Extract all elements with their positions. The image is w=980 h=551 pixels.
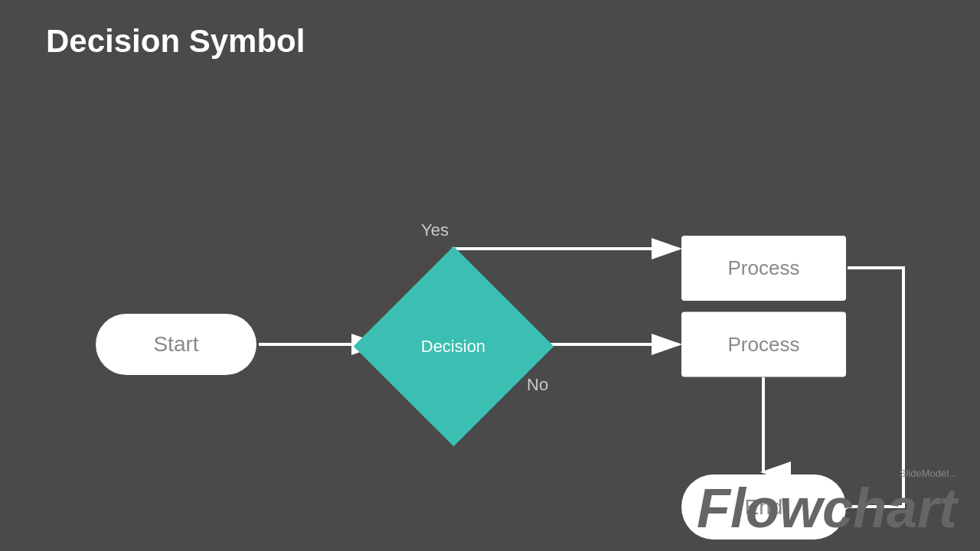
process-mid-node: Process <box>681 312 846 377</box>
process-top-label: Process <box>728 256 800 280</box>
yes-label: Yes <box>421 220 449 240</box>
process-top-node: Process <box>681 236 846 301</box>
start-node: Start <box>96 314 256 375</box>
decision-label: Decision <box>421 337 485 357</box>
watermark-area: SlideModel... Flowchart <box>697 468 957 536</box>
start-label: Start <box>153 332 198 357</box>
page-title: Decision Symbol <box>46 23 305 60</box>
flowchart-watermark-text: Flowchart <box>697 481 957 536</box>
process-mid-label: Process <box>728 333 800 357</box>
no-label: No <box>527 375 548 395</box>
